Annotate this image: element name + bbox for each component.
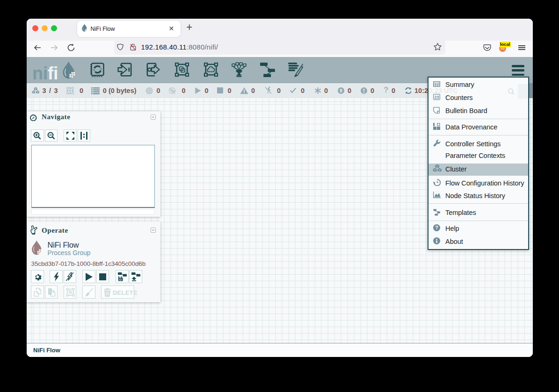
svg-text:?: ? bbox=[435, 225, 438, 230]
svg-text:23: 23 bbox=[434, 95, 439, 100]
